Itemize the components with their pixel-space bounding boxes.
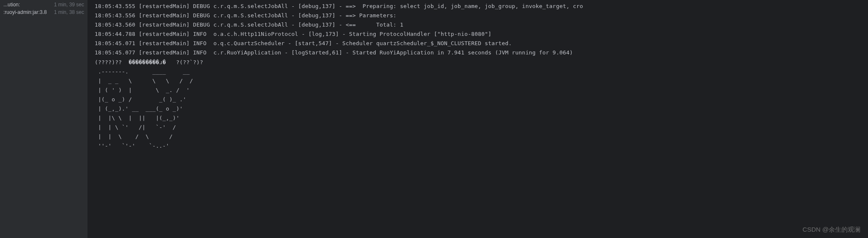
sidebar-item-time: 1 min, 38 sec — [54, 9, 84, 15]
sidebar-item-label: :ruoyi-admin:jar:3.8 — [3, 9, 47, 15]
log-line: (????)?? ���������ɹ� ?(??`?)? — [95, 58, 865, 67]
watermark: CSDN @余生的观澜 — [802, 226, 860, 234]
ascii-art-banner: .-------. ____ __ | _ _ \ \ \ / / | ( ' … — [95, 67, 865, 151]
sidebar-item-label: ...ution: — [3, 2, 20, 8]
log-line: 18:05:43.556 [restartedMain] DEBUG c.r.q… — [95, 11, 865, 20]
log-line: 18:05:44.788 [restartedMain] INFO o.a.c.… — [95, 30, 865, 39]
log-line: 18:05:45.071 [restartedMain] INFO o.q.c.… — [95, 39, 865, 48]
log-line: 18:05:43.560 [restartedMain] DEBUG c.r.q… — [95, 20, 865, 30]
sidebar-item[interactable]: :ruoyi-admin:jar:3.8 1 min, 38 sec — [0, 8, 87, 16]
sidebar-item-time: 1 min, 39 sec — [54, 2, 84, 8]
log-line: 18:05:45.077 [restartedMain] INFO c.r.Ru… — [95, 48, 865, 57]
run-sidebar: ...ution: 1 min, 39 sec :ruoyi-admin:jar… — [0, 0, 88, 238]
log-line: 18:05:43.555 [restartedMain] DEBUG c.r.q… — [95, 2, 865, 11]
sidebar-item[interactable]: ...ution: 1 min, 39 sec — [0, 1, 87, 8]
console-output[interactable]: 18:05:43.555 [restartedMain] DEBUG c.r.q… — [88, 0, 868, 238]
